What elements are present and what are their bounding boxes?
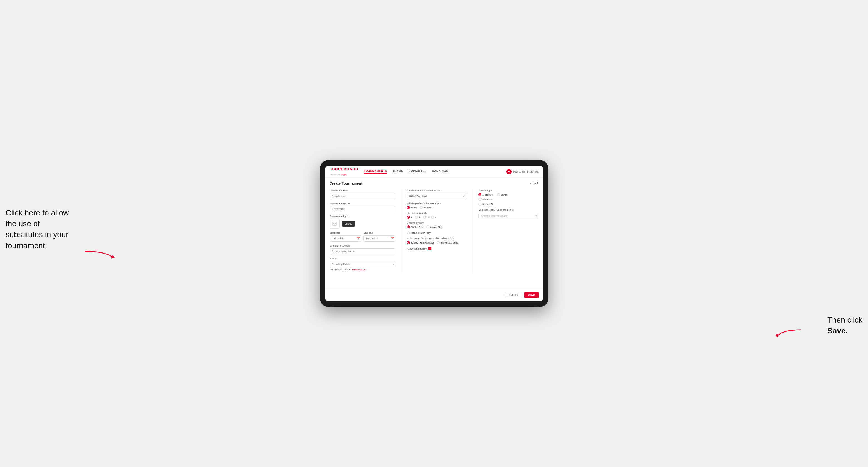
rounds-3[interactable]: 3 — [423, 216, 428, 219]
date-row: Start date 📅 End date 📅 — [330, 231, 396, 242]
format-other-label: Other — [501, 193, 507, 196]
rounds-4[interactable]: 4 — [431, 216, 436, 219]
rounds-3-label: 3 — [427, 216, 428, 219]
tournament-name-section: Tournament name — [330, 202, 396, 212]
venue-note: Can't find your venue? email support — [330, 268, 396, 271]
gender-mens-label: Mens — [411, 206, 417, 209]
end-date-input[interactable] — [364, 236, 396, 242]
division-select[interactable]: NCAA Division I — [407, 193, 467, 199]
end-date-section: End date 📅 — [364, 231, 396, 242]
scoring-api-label: Use third-party live scoring API? — [478, 209, 538, 211]
end-date-label: End date — [364, 231, 396, 234]
format-6count5[interactable]: 6 count 5 — [478, 203, 493, 206]
tournament-logo-section: Tournament logo Upload — [330, 215, 396, 229]
gender-womens-label: Womens — [424, 206, 433, 209]
rounds-1[interactable]: 1 — [407, 216, 412, 219]
format-6count5-label: 6 count 5 — [482, 203, 493, 206]
format-6count4-radio[interactable] — [478, 198, 482, 201]
venue-input[interactable] — [330, 261, 396, 267]
save-button[interactable]: Save — [524, 292, 538, 298]
rounds-radio-group: 1 2 3 4 — [407, 216, 467, 219]
rounds-1-radio[interactable] — [407, 216, 410, 219]
sponsor-label: Sponsor (optional) — [330, 244, 396, 247]
cancel-button[interactable]: Cancel — [505, 292, 522, 298]
logo-placeholder — [330, 219, 340, 229]
scoring-stroke[interactable]: Stroke Play — [407, 225, 424, 228]
nav-separator: | — [527, 170, 528, 173]
format-6count4[interactable]: 6 count 4 — [478, 198, 493, 201]
svg-marker-1 — [775, 334, 778, 338]
scoring-stroke-radio[interactable] — [407, 225, 410, 228]
gender-womens[interactable]: Womens — [420, 206, 433, 209]
user-name: blair admin — [513, 170, 525, 173]
rounds-label: Number of rounds — [407, 212, 467, 215]
rounds-2-radio[interactable] — [415, 216, 418, 219]
start-date-input[interactable] — [330, 236, 362, 242]
nav-user: B blair admin | Sign out — [506, 169, 538, 174]
back-link[interactable]: ‹ Back — [530, 182, 538, 185]
format-5count4-label: 5 count 4 — [482, 193, 493, 196]
event-type-section: Is this event for Teams and/or Individua… — [407, 237, 467, 244]
logo-upload-row: Upload — [330, 219, 396, 229]
tablet-frame: SCOREBOARD Powered by clippd TOURNAMENTS… — [320, 160, 548, 307]
format-6count4-row: 6 count 4 — [478, 198, 538, 201]
gender-mens-radio[interactable] — [407, 206, 410, 209]
nav-links: TOURNAMENTS TEAMS COMMITTEE RANKINGS — [364, 169, 506, 174]
back-label: Back — [532, 182, 538, 185]
event-type-radio-group: Teams (+Individuals) Individuals Only — [407, 241, 467, 244]
calendar-icon: 📅 — [357, 237, 360, 240]
gender-section: Which gender is the event for? Mens Wome… — [407, 202, 467, 209]
tournament-name-label: Tournament name — [330, 202, 396, 205]
division-section: Which division is the event for? NCAA Di… — [407, 189, 467, 199]
nav-teams[interactable]: TEAMS — [393, 169, 403, 174]
tournament-name-input[interactable] — [330, 206, 396, 212]
event-individuals[interactable]: Individuals Only — [437, 241, 458, 244]
event-type-label: Is this event for Teams and/or Individua… — [407, 237, 467, 240]
image-icon — [332, 221, 337, 226]
format-5count4-radio[interactable] — [478, 193, 482, 196]
gender-womens-radio[interactable] — [420, 206, 423, 209]
format-6count5-radio[interactable] — [478, 203, 482, 206]
event-teams-radio[interactable] — [407, 241, 410, 244]
event-individuals-radio[interactable] — [437, 241, 440, 244]
scoring-match[interactable]: Match Play — [426, 225, 443, 228]
gender-mens[interactable]: Mens — [407, 206, 417, 209]
event-teams[interactable]: Teams (+Individuals) — [407, 241, 434, 244]
scoring-medal-radio[interactable] — [407, 231, 410, 234]
rounds-2[interactable]: 2 — [415, 216, 420, 219]
scoring-api-select[interactable]: Select a scoring service — [478, 213, 538, 219]
sign-out-link[interactable]: Sign out — [529, 170, 538, 173]
scoring-api-select-wrap: Select a scoring service — [478, 213, 538, 219]
scoring-medal[interactable]: Medal Match Play — [407, 231, 431, 234]
format-other[interactable]: Other — [497, 193, 507, 196]
format-5count4[interactable]: 5 count 4 — [478, 193, 493, 196]
substitutes-checkbox[interactable] — [428, 247, 432, 250]
scoring-stroke-label: Stroke Play — [411, 226, 424, 228]
scoring-label: Scoring system — [407, 221, 467, 224]
nav-committee[interactable]: COMMITTEE — [408, 169, 427, 174]
nav-rankings[interactable]: RANKINGS — [432, 169, 448, 174]
substitutes-section[interactable]: Allow substitutes? — [407, 247, 467, 250]
rounds-3-radio[interactable] — [423, 216, 426, 219]
arrow-right-icon — [773, 327, 804, 341]
nav-tournaments[interactable]: TOURNAMENTS — [364, 169, 387, 174]
rounds-4-label: 4 — [435, 216, 436, 219]
sponsor-input[interactable] — [330, 248, 396, 254]
upload-button[interactable]: Upload — [342, 221, 355, 226]
logo-area: SCOREBOARD Powered by clippd — [330, 167, 359, 176]
format-5count4-row: 5 count 4 Other — [478, 193, 538, 196]
form-col3: Format type 5 count 4 Other — [472, 189, 538, 274]
tournament-host-input[interactable] — [330, 193, 396, 199]
format-section: Format type 5 count 4 Other — [478, 189, 538, 206]
start-date-label: Start date — [330, 231, 362, 234]
email-support-link[interactable]: email support — [352, 268, 366, 271]
format-other-radio[interactable] — [497, 193, 500, 196]
tournament-host-section: Tournament Host — [330, 189, 396, 199]
rounds-4-radio[interactable] — [431, 216, 434, 219]
scoring-match-radio[interactable] — [426, 225, 429, 228]
start-date-section: Start date 📅 — [330, 231, 362, 242]
page-title: Create Tournament — [330, 181, 362, 185]
tournament-logo-label: Tournament logo — [330, 215, 396, 218]
venue-label: Venue — [330, 257, 396, 260]
rounds-2-label: 2 — [419, 216, 420, 219]
